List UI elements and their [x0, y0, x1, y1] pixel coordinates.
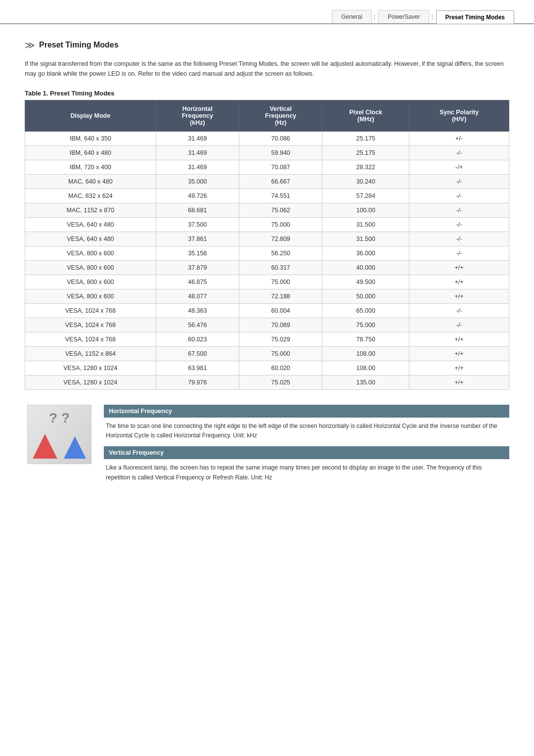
col-pixel-clock: Pixel Clock(MHz)	[322, 100, 409, 132]
table-cell: 40.000	[322, 261, 409, 275]
table-cell: 75.000	[239, 347, 322, 361]
table-cell: 31.500	[322, 232, 409, 246]
table-cell: 67.500	[156, 347, 239, 361]
col-sync-polarity: Sync Polarity(H/V)	[409, 100, 509, 132]
table-cell: 59.940	[239, 146, 322, 160]
table-cell: IBM, 640 x 480	[25, 146, 156, 160]
tab-preset-timing-modes[interactable]: Preset Timing Modes	[436, 10, 514, 24]
table-header-row: Display Mode HorizontalFrequency(kHz) Ve…	[25, 100, 509, 132]
table-row: VESA, 1280 x 102463.98160.020108.00+/+	[25, 361, 509, 376]
table-row: MAC, 832 x 62449.72674.55157.284-/-	[25, 189, 509, 203]
table-row: VESA, 640 x 48037.86172.80931.500-/-	[25, 232, 509, 246]
table-cell: +/+	[409, 347, 509, 361]
page-content: ≫ Preset Timing Modes If the signal tran…	[0, 39, 534, 508]
table-row: VESA, 1024 x 76848.36360.00465.000-/-	[25, 304, 509, 318]
horizontal-freq-section: Horizontal Frequency The time to scan on…	[104, 405, 509, 440]
table-cell: -/-	[409, 189, 509, 203]
table-cell: 37.879	[156, 261, 239, 275]
table-cell: 70.087	[239, 160, 322, 175]
table-cell: 108.00	[322, 361, 409, 376]
table-cell: 37.500	[156, 218, 239, 232]
table-cell: 35.000	[156, 175, 239, 189]
table-cell: 25.175	[322, 146, 409, 160]
col-horizontal-freq: HorizontalFrequency(kHz)	[156, 100, 239, 132]
table-cell: VESA, 1024 x 768	[25, 332, 156, 347]
horizontal-freq-header: Horizontal Frequency	[104, 405, 509, 418]
table-cell: 31.469	[156, 160, 239, 175]
table-cell: 50.000	[322, 289, 409, 304]
title-row: ≫ Preset Timing Modes	[25, 39, 509, 51]
table-cell: 68.681	[156, 203, 239, 218]
image-question-marks: ? ?	[49, 410, 70, 426]
table-row: VESA, 800 x 60048.07772.18850.000+/+	[25, 289, 509, 304]
intro-text: If the signal transferred from the compu…	[25, 59, 509, 79]
vertical-freq-section: Vertical Frequency Like a fluorescent la…	[104, 446, 509, 482]
table-cell: VESA, 800 x 600	[25, 275, 156, 289]
table-row: VESA, 800 x 60046.87575.00049.500+/+	[25, 275, 509, 289]
table-cell: 75.000	[322, 318, 409, 332]
bottom-section: ? ? Horizontal Frequency The time to sca…	[25, 405, 509, 488]
vertical-freq-text2: repetition is called Vertical Frequency …	[104, 473, 509, 482]
table-cell: +/+	[409, 289, 509, 304]
table-cell: 74.551	[239, 189, 322, 203]
table-cell: +/+	[409, 275, 509, 289]
tab-general[interactable]: General	[332, 10, 372, 23]
table-cell: 72.809	[239, 232, 322, 246]
table-cell: 48.363	[156, 304, 239, 318]
table-row: IBM, 720 x 40031.46970.08728.322-/+	[25, 160, 509, 175]
table-cell: 49.726	[156, 189, 239, 203]
table-cell: 31.469	[156, 132, 239, 146]
table-row: VESA, 1152 x 86467.50075.000108.00+/+	[25, 347, 509, 361]
bottom-descriptions: Horizontal Frequency The time to scan on…	[104, 405, 509, 488]
table-cell: 63.981	[156, 361, 239, 376]
table-row: MAC, 1152 x 87068.68175.062100.00-/-	[25, 203, 509, 218]
table-cell: 28.322	[322, 160, 409, 175]
table-cell: 56.476	[156, 318, 239, 332]
table-row: VESA, 1280 x 102479.97675.025135.00+/+	[25, 376, 509, 390]
table-cell: +/+	[409, 332, 509, 347]
table-cell: -/-	[409, 318, 509, 332]
nav-separator-2: |	[429, 13, 435, 20]
table-cell: 70.069	[239, 318, 322, 332]
table-cell: 75.000	[239, 218, 322, 232]
vertical-freq-header: Vertical Frequency	[104, 446, 509, 459]
table-cell: VESA, 1024 x 768	[25, 318, 156, 332]
table-cell: 57.284	[322, 189, 409, 203]
table-row: VESA, 800 x 60037.87960.31740.000+/+	[25, 261, 509, 275]
nav-separator: |	[372, 13, 377, 20]
title-icon: ≫	[25, 39, 35, 51]
table-cell: 30.240	[322, 175, 409, 189]
table-cell: 72.188	[239, 289, 322, 304]
table-cell: -/+	[409, 160, 509, 175]
table-cell: 48.077	[156, 289, 239, 304]
table-cell: 36.000	[322, 246, 409, 261]
table-row: VESA, 800 x 60035.15656.25036.000-/-	[25, 246, 509, 261]
table-cell: IBM, 720 x 400	[25, 160, 156, 175]
table-cell: -/-	[409, 218, 509, 232]
table-cell: 60.317	[239, 261, 322, 275]
table-cell: 37.861	[156, 232, 239, 246]
table-cell: 56.250	[239, 246, 322, 261]
table-row: VESA, 1024 x 76860.02375.02978.750+/+	[25, 332, 509, 347]
col-vertical-freq: VerticalFrequency(Hz)	[239, 100, 322, 132]
table-cell: 75.029	[239, 332, 322, 347]
tab-powersaver[interactable]: PowerSaver	[378, 10, 429, 23]
table-cell: MAC, 832 x 624	[25, 189, 156, 203]
vertical-freq-text1: Like a fluorescent lamp, the screen has …	[104, 463, 509, 472]
table-cell: 100.00	[322, 203, 409, 218]
table-cell: 108.00	[322, 347, 409, 361]
table-cell: VESA, 640 x 480	[25, 232, 156, 246]
timing-table: Display Mode HorizontalFrequency(kHz) Ve…	[25, 100, 509, 390]
table-cell: 66.667	[239, 175, 322, 189]
table-cell: 70.086	[239, 132, 322, 146]
table-cell: 135.00	[322, 376, 409, 390]
table-cell: MAC, 1152 x 870	[25, 203, 156, 218]
col-display-mode: Display Mode	[25, 100, 156, 132]
table-cell: VESA, 1280 x 1024	[25, 361, 156, 376]
table-cell: 60.004	[239, 304, 322, 318]
table-cell: 65.000	[322, 304, 409, 318]
table-cell: +/-	[409, 132, 509, 146]
top-navigation: General | PowerSaver | Preset Timing Mod…	[0, 0, 534, 24]
table-cell: 31.500	[322, 218, 409, 232]
table-cell: +/+	[409, 361, 509, 376]
